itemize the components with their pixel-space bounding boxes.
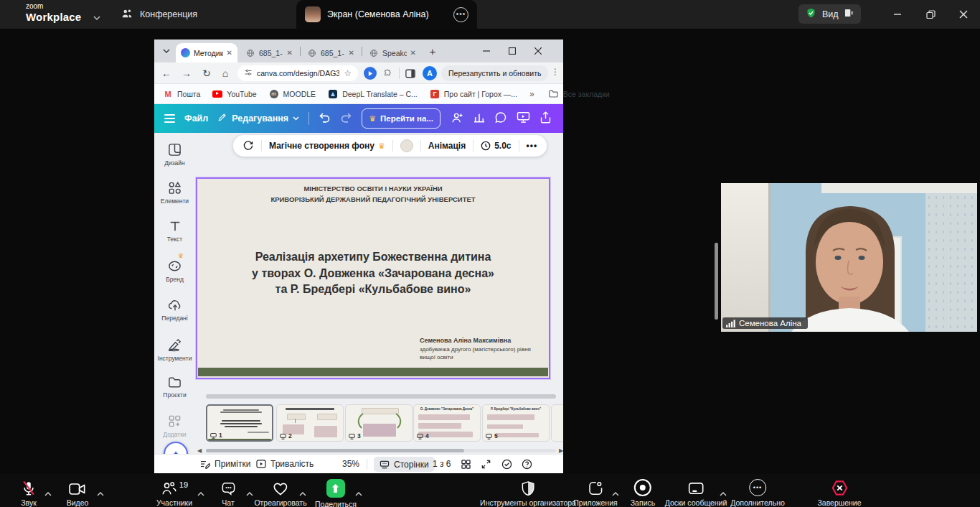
react-options-chevron[interactable] — [299, 486, 306, 499]
present-button[interactable] — [517, 111, 530, 126]
host-tools-button[interactable]: Инструменты организатора — [480, 474, 576, 507]
slide-canvas[interactable]: МІНІСТЕРСТВО ОСВІТИ І НАУКИ УКРАЇНИ КРИВ… — [196, 177, 550, 379]
animate-button[interactable]: Анімація — [428, 141, 466, 151]
video-button[interactable]: Видео — [67, 474, 89, 507]
chat-options-chevron[interactable] — [246, 486, 253, 499]
sidebar-item-text[interactable]: Текст — [154, 220, 195, 243]
tab-meeting[interactable]: Конференция — [121, 0, 197, 29]
browser-tab-active[interactable]: Методика ✕ — [176, 43, 237, 62]
extension-recorder-icon[interactable] — [364, 67, 377, 80]
whiteboards-options-chevron[interactable] — [720, 486, 727, 499]
sidebar-item-apps[interactable]: Додатки — [154, 414, 195, 438]
sidebar-item-tools[interactable]: Інструменти — [154, 338, 195, 362]
participants-button[interactable]: 19 Участники — [156, 474, 192, 507]
sidebar-item-uploads[interactable]: Передані — [154, 299, 195, 322]
window-minimize-button[interactable] — [887, 0, 908, 29]
tab-close-icon[interactable]: ✕ — [227, 50, 232, 57]
end-meeting-button[interactable]: Завершение — [817, 474, 861, 507]
notes-button[interactable]: Примітки — [200, 455, 250, 473]
new-tab-button[interactable]: + — [425, 44, 440, 58]
home-button[interactable]: ⌂ — [219, 67, 232, 80]
undo-button[interactable] — [319, 112, 331, 126]
pages-view-button[interactable]: Сторінки — [374, 457, 435, 472]
audio-options-chevron[interactable] — [44, 486, 52, 499]
page-thumbnail-6-partial[interactable] — [551, 404, 563, 442]
bookmark-star-icon[interactable]: ☆ — [344, 68, 352, 78]
browser-tab-4[interactable]: Speakout ✕ — [364, 43, 421, 62]
filmstrip-scrollbar[interactable] — [206, 449, 556, 452]
file-menu[interactable]: Файл — [184, 113, 208, 124]
chat-button[interactable]: Чат — [220, 474, 237, 507]
relaunch-update-button[interactable]: Перезапустить и обновить — [441, 65, 548, 81]
share-screen-button[interactable]: Поделиться — [315, 474, 357, 507]
participants-options-chevron[interactable] — [197, 486, 204, 499]
extensions-puzzle-icon[interactable] — [381, 67, 394, 80]
comments-button[interactable] — [494, 111, 507, 126]
window-close-button[interactable] — [953, 0, 974, 29]
page-thumbnail-4[interactable]: О. Довженко "Зачарована Десна" 4 — [413, 404, 481, 442]
tab-close-icon[interactable]: ✕ — [410, 50, 416, 57]
background-color-swatch[interactable] — [400, 139, 413, 152]
apps-options-chevron[interactable] — [612, 486, 619, 499]
bookmark-moodle[interactable]: m MOODLE — [269, 89, 316, 99]
upgrade-button[interactable]: ♛ Перейти на... — [362, 108, 440, 129]
browser-menu-icon[interactable]: ⋮ — [551, 67, 560, 77]
edit-menu[interactable]: Редагування — [217, 112, 299, 125]
bookmark-mail[interactable]: M Пошта — [163, 89, 200, 99]
record-button[interactable]: Запись — [631, 474, 655, 507]
apps-button[interactable]: Приложения — [573, 474, 617, 507]
bookmarks-overflow-button[interactable]: » — [529, 89, 534, 99]
workspace-chevron-down-icon[interactable] — [93, 10, 100, 23]
help-button[interactable] — [522, 455, 532, 473]
all-bookmarks-button[interactable]: Все закладки — [549, 89, 610, 99]
share-button[interactable] — [540, 111, 552, 126]
forward-button[interactable]: → — [180, 67, 193, 80]
tab-options-icon[interactable]: ••• — [453, 7, 468, 22]
add-collaborator-button[interactable] — [450, 111, 464, 126]
redo-button[interactable] — [340, 112, 352, 126]
tab-screen-share[interactable]: Экран (Семенова Аліна) ••• — [296, 0, 477, 29]
browser-minimize-button[interactable] — [479, 45, 494, 57]
page-thumbnail-3[interactable]: 3 — [345, 404, 413, 442]
video-options-chevron[interactable] — [97, 486, 104, 499]
insights-chart-button[interactable] — [473, 112, 485, 126]
browser-tab-2[interactable]: 685_1- Sp ✕ — [240, 43, 298, 62]
browser-tab-3[interactable]: 685_1- Sp ✕ — [302, 43, 359, 62]
page-thumbnail-5[interactable]: Р. Бредбері "Кульбабове вино" 5 — [482, 404, 550, 442]
site-settings-icon[interactable] — [244, 67, 253, 80]
fullscreen-button[interactable] — [481, 455, 491, 473]
bookmark-horoh[interactable]: Г Про сайт | Горох —... — [430, 89, 517, 99]
sidebar-item-elements[interactable]: Елементи — [154, 181, 195, 205]
filmstrip-scrollbar-thumb[interactable] — [206, 449, 464, 452]
canvas-horizontal-scrollbar[interactable] — [206, 394, 556, 399]
sidebar-item-projects[interactable]: Проєкти — [154, 376, 195, 399]
saved-status-button[interactable] — [501, 455, 512, 473]
filmstrip-scroll-right-icon[interactable]: ▶ — [559, 447, 563, 454]
tab-close-icon[interactable]: ✕ — [287, 50, 293, 57]
window-restore-button[interactable] — [920, 0, 941, 29]
sidebar-item-design[interactable]: Дизайн — [154, 143, 195, 167]
profile-avatar[interactable]: A — [423, 66, 437, 80]
bookmark-youtube[interactable]: YouTube — [212, 89, 256, 99]
sidebar-item-brand[interactable]: Бренд — [154, 259, 195, 283]
browser-close-button[interactable] — [530, 45, 546, 57]
grid-view-button[interactable] — [461, 455, 471, 473]
more-options-button[interactable]: ••• — [527, 141, 538, 151]
filmstrip-scroll-left-icon[interactable]: ◀ — [197, 447, 202, 454]
whiteboards-button[interactable]: Доски сообщений — [665, 474, 727, 507]
address-bar[interactable]: canva.com/design/DAG3... ☆ — [237, 65, 358, 81]
page-thumbnail-2[interactable]: 2 — [276, 404, 344, 442]
more-button[interactable]: ••• Дополнительно — [730, 474, 785, 507]
magic-background-button[interactable]: Магічне створення фону ♛ — [269, 141, 385, 151]
share-options-chevron[interactable] — [355, 486, 362, 499]
back-button[interactable]: ← — [160, 67, 173, 80]
duration-button[interactable]: Тривалість — [256, 455, 314, 473]
side-panel-icon[interactable] — [404, 67, 417, 80]
bookmark-deepl[interactable]: DeepL Translate – C... — [328, 89, 418, 99]
menu-icon[interactable] — [164, 114, 175, 123]
tab-close-icon[interactable]: ✕ — [349, 50, 354, 57]
browser-maximize-button[interactable] — [504, 45, 520, 57]
panel-resize-handle[interactable] — [715, 243, 718, 320]
audio-button[interactable]: Звук — [21, 474, 37, 507]
zoom-level[interactable]: 35% — [342, 455, 359, 473]
